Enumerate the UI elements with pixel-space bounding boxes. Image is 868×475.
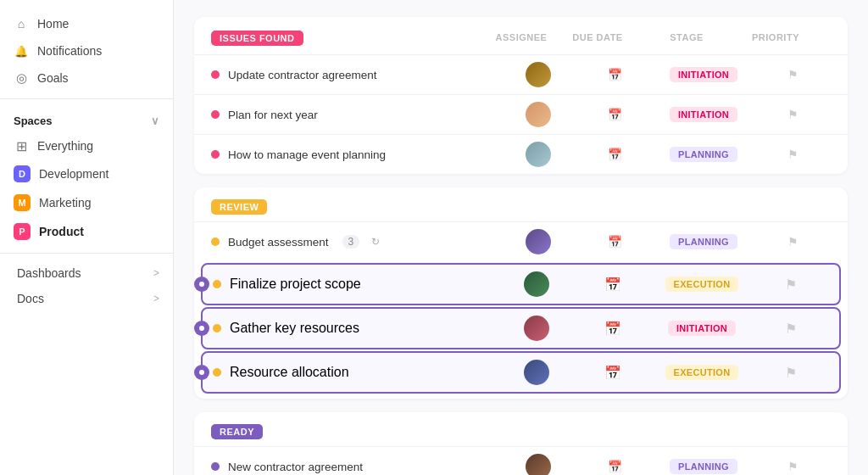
sidebar-item-everything[interactable]: ⊞ Everything: [0, 132, 173, 159]
avatar: [526, 229, 551, 254]
ready-header: READY: [194, 412, 848, 446]
sidebar-label-goals: Goals: [37, 71, 69, 85]
chevron-right-icon: >: [153, 267, 159, 279]
task-label: How to manage event planning: [228, 148, 386, 161]
stage-cell: INITIATION: [653, 107, 754, 122]
sidebar-label-docs: Docs: [17, 292, 44, 305]
stage-cell: PLANNING: [653, 459, 754, 474]
col-task: [337, 32, 483, 42]
review-header: REVIEW: [194, 187, 848, 221]
table-row-selected[interactable]: Finalize project scope 📅 EXECUTION ⚑: [201, 263, 841, 305]
stage-badge: EXECUTION: [665, 365, 739, 380]
row-inner: Gather key resources 📅 INITIATION ⚑: [203, 309, 839, 348]
avatar: [524, 360, 549, 385]
avatar: [526, 142, 551, 167]
section-ready: READY New contractor agreement 📅 PLANNIN…: [194, 412, 848, 475]
table-row[interactable]: Plan for next year 📅 INITIATION ⚑: [194, 94, 848, 134]
stage-badge: INITIATION: [670, 107, 737, 122]
priority-cell: ⚑: [753, 365, 829, 381]
task-label: Plan for next year: [228, 109, 318, 121]
selected-dot: [199, 370, 204, 375]
sidebar: Home 🔔 Notifications ◎ Goals Spaces ∨ ⊞ …: [0, 0, 174, 475]
task-cell: Budget assessment 3 ↻: [211, 235, 500, 249]
assignee-cell: [500, 142, 576, 167]
date-cell: 📅: [575, 277, 651, 293]
table-row[interactable]: Budget assessment 3 ↻ 📅 PLANNING ⚑: [194, 221, 848, 261]
sidebar-item-goals[interactable]: ◎ Goals: [0, 64, 173, 92]
task-dot-red: [211, 70, 220, 79]
stage-cell: EXECUTION: [651, 277, 753, 292]
row-inner: Resource allocation 📅 EXECUTION ⚑: [203, 353, 839, 392]
sidebar-item-dashboards[interactable]: Dashboards >: [0, 260, 173, 286]
date-cell: 📅: [576, 108, 653, 121]
task-cell: Update contractor agreement: [211, 69, 500, 81]
issues-header: ISSUES FOUND ASSIGNEE DUE DATE STAGE PRI…: [194, 17, 848, 54]
stage-badge: PLANNING: [670, 459, 737, 474]
count-badge: 3: [342, 235, 360, 249]
task-dot-purple: [211, 462, 220, 471]
stage-cell: PLANNING: [653, 234, 754, 249]
section-issues: ISSUES FOUND ASSIGNEE DUE DATE STAGE PRI…: [194, 17, 848, 174]
spaces-label: Spaces: [14, 115, 53, 127]
avatar: [524, 271, 549, 297]
table-row[interactable]: New contractor agreement 📅 PLANNING ⚑: [194, 446, 848, 475]
table-row-selected[interactable]: Gather key resources 📅 INITIATION ⚑: [201, 307, 841, 349]
date-cell: 📅: [576, 460, 653, 473]
task-cell: Finalize project scope: [213, 277, 498, 292]
priority-cell: ⚑: [754, 148, 831, 161]
sidebar-item-docs[interactable]: Docs >: [0, 286, 173, 311]
avatar: [524, 316, 549, 341]
task-dot-yellow: [211, 238, 220, 246]
date-cell: 📅: [575, 365, 651, 381]
sidebar-item-notifications[interactable]: 🔔 Notifications: [0, 37, 173, 64]
priority-cell: ⚑: [754, 235, 831, 249]
col-stage: STAGE: [636, 32, 737, 42]
row-inner: Finalize project scope 📅 EXECUTION ⚑: [203, 265, 839, 304]
stage-badge: PLANNING: [670, 147, 737, 162]
assignee-cell: [500, 102, 576, 127]
chevron-right-icon-docs: >: [153, 293, 159, 305]
selected-dot: [199, 326, 204, 331]
stage-badge: PLANNING: [670, 234, 737, 249]
issues-badge: ISSUES FOUND: [211, 31, 303, 46]
sidebar-item-product[interactable]: P Product: [0, 217, 173, 246]
task-dot-red: [211, 150, 220, 159]
selected-indicator: [194, 321, 209, 336]
avatar: [526, 62, 551, 87]
priority-cell: ⚑: [753, 277, 829, 293]
sidebar-label-home: Home: [37, 17, 69, 31]
table-row[interactable]: Update contractor agreement 📅 INITIATION…: [194, 54, 848, 94]
task-cell: Resource allocation: [213, 365, 498, 380]
table-row-selected[interactable]: Resource allocation 📅 EXECUTION ⚑: [201, 351, 841, 394]
sidebar-item-marketing[interactable]: M Marketing: [0, 188, 173, 217]
task-cell: How to manage event planning: [211, 148, 500, 161]
task-dot-red: [211, 110, 220, 119]
col-assignee: ASSIGNEE: [483, 32, 559, 42]
review-badge: REVIEW: [211, 199, 267, 215]
assignee-cell: [500, 62, 576, 87]
task-cell: New contractor agreement: [211, 461, 500, 473]
task-label: Finalize project scope: [230, 277, 361, 292]
task-dot: [213, 324, 221, 332]
sidebar-item-development[interactable]: D Development: [0, 159, 173, 188]
stage-badge: EXECUTION: [665, 277, 739, 292]
avatar: [526, 454, 551, 475]
sidebar-item-home[interactable]: Home: [0, 10, 173, 37]
sidebar-label-everything: Everything: [37, 139, 93, 153]
development-badge: D: [14, 165, 31, 182]
task-cell: Gather key resources: [213, 321, 498, 336]
task-dot: [213, 280, 221, 288]
assignee-cell: [498, 271, 575, 297]
col-due-date: DUE DATE: [559, 32, 636, 42]
task-label: Gather key resources: [230, 321, 359, 336]
goal-icon: ◎: [14, 70, 29, 86]
assignee-cell: [500, 454, 576, 475]
stage-cell: PLANNING: [653, 147, 754, 162]
table-row[interactable]: How to manage event planning 📅 PLANNING …: [194, 134, 848, 174]
chevron-down-icon[interactable]: ∨: [151, 115, 159, 127]
stage-cell: EXECUTION: [651, 365, 753, 380]
date-cell: 📅: [576, 148, 653, 161]
avatar: [526, 102, 551, 127]
table-columns: ASSIGNEE DUE DATE STAGE PRIORITY: [320, 29, 831, 48]
date-cell: 📅: [576, 235, 653, 249]
